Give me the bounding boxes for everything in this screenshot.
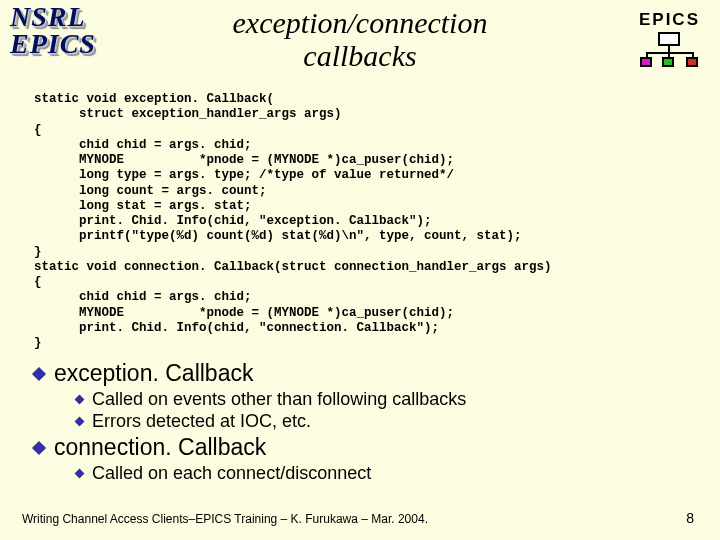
epics-icon	[640, 32, 700, 67]
bullet-l2: Called on events other than following ca…	[76, 389, 700, 410]
page-number: 8	[686, 510, 694, 526]
bullet-text: exception. Callback	[54, 360, 253, 387]
diamond-bullet-icon	[75, 395, 85, 405]
bullet-l1: exception. Callback	[34, 360, 700, 387]
bullet-text: connection. Callback	[54, 434, 266, 461]
bullet-l2: Called on each connect/disconnect	[76, 463, 700, 484]
slide-title: exception/connection callbacks	[0, 6, 720, 72]
bullet-text: Errors detected at IOC, etc.	[92, 411, 311, 432]
code-block: static void exception. Callback( struct …	[34, 92, 700, 351]
bullet-list: exception. Callback Called on events oth…	[34, 358, 700, 485]
bullet-text: Called on events other than following ca…	[92, 389, 466, 410]
bullet-text: Called on each connect/disconnect	[92, 463, 371, 484]
diamond-bullet-icon	[75, 417, 85, 427]
diamond-bullet-icon	[32, 440, 46, 454]
diamond-bullet-icon	[32, 366, 46, 380]
footer-text: Writing Channel Access Clients–EPICS Tra…	[22, 512, 428, 526]
bullet-l2: Errors detected at IOC, etc.	[76, 411, 700, 432]
slide: NSRL EPICS exception/connection callback…	[0, 0, 720, 540]
diamond-bullet-icon	[75, 469, 85, 479]
bullet-l1: connection. Callback	[34, 434, 700, 461]
epics-label: EPICS	[639, 10, 700, 30]
